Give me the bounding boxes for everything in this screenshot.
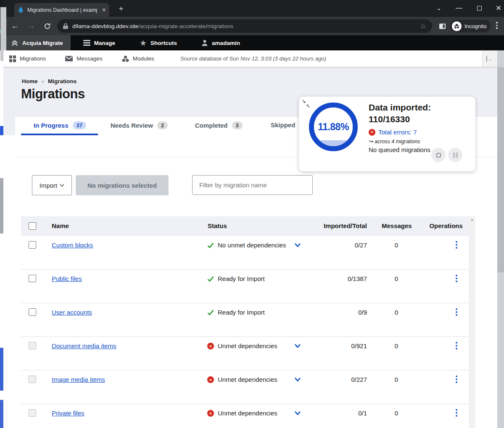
grid-icon — [9, 55, 16, 62]
tab-skipped[interactable]: Skipped — [271, 121, 295, 129]
no-migrations-selected-button: No migrations selected — [76, 175, 169, 195]
migration-name-link[interactable]: User accounts — [52, 309, 92, 316]
user-icon — [201, 39, 208, 46]
operations-menu-icon[interactable] — [454, 375, 459, 383]
breadcrumb-separator: › — [42, 78, 44, 84]
resize-arrow-se-icon[interactable]: ↘ — [301, 98, 306, 104]
stop-button[interactable] — [431, 148, 446, 162]
window-maximize-button[interactable] — [470, 0, 488, 16]
url-text: d9ama-ddevblog.ddev.site/acquia-migrate-… — [72, 23, 233, 29]
progress-ring: 11.88% — [309, 102, 358, 151]
migration-name-link[interactable]: Public files — [52, 275, 82, 282]
window-scrollbar[interactable] — [497, 50, 504, 428]
messages-count: 0 — [382, 242, 411, 249]
browser-tab[interactable]: Migrations Dashboard | example × — [14, 3, 109, 17]
tab-search-chevron-icon[interactable]: ⌄ — [430, 0, 448, 16]
table-row: Custom blocksNo unmet dependencies0/270 — [21, 236, 469, 270]
breadcrumb-home[interactable]: Home — [22, 78, 38, 84]
row-checkbox[interactable] — [29, 241, 36, 249]
nav-item-migrations[interactable]: Migrations — [3, 50, 52, 67]
tab-needs-review[interactable]: Needs Review2 — [111, 121, 168, 129]
operations-menu-icon[interactable] — [454, 275, 459, 282]
imported-total-value: 0/227 — [273, 376, 367, 383]
migration-name-link[interactable]: Private files — [52, 410, 84, 417]
tab-count-badge: 2 — [157, 121, 168, 129]
select-all-checkbox[interactable] — [29, 222, 36, 230]
side-panel-icon[interactable] — [436, 17, 448, 35]
row-checkbox[interactable] — [29, 308, 36, 316]
header-name: Name — [52, 222, 69, 229]
imported-total-value: 0/921 — [273, 342, 367, 349]
status-text: Unmet dependencies — [218, 342, 277, 349]
window-close-button[interactable]: ✕ — [489, 0, 504, 16]
toolbar-collapse-button[interactable]: ← — [482, 50, 497, 67]
filter-input[interactable] — [192, 175, 313, 195]
messages-count: 0 — [382, 309, 411, 316]
migration-name-link[interactable]: Custom blocks — [52, 242, 93, 249]
progress-overlay-card: ↘ ↖ 11.88% Data imported: 110/16330 ✕ To… — [299, 97, 475, 171]
admin-toolbar: Acquia Migrate Manage ★ Shortcuts amadam… — [3, 35, 504, 50]
admin-item-shortcuts[interactable]: ★ Shortcuts — [133, 35, 184, 50]
tab-in-progress[interactable]: In Progress37 — [34, 121, 86, 129]
table-body: Custom blocksNo unmet dependencies0/270P… — [21, 236, 469, 428]
breadcrumb-current: Migrations — [48, 78, 77, 84]
bookmark-star-icon[interactable]: ☆ — [420, 22, 426, 31]
window-minimize-button[interactable]: — — [450, 0, 468, 16]
lock-icon — [63, 23, 68, 29]
tab-completed[interactable]: Completed3 — [195, 121, 243, 129]
status-error-icon: ✕ — [207, 376, 214, 383]
admin-brand-acquia-migrate[interactable]: Acquia Migrate — [3, 35, 71, 50]
modules-icon — [122, 55, 129, 62]
source-database-note: Source database of Sun Nov 12, 3:03 (3 d… — [180, 55, 326, 62]
header-imported-total: Imported/Total — [273, 222, 367, 229]
messages-count: 0 — [382, 376, 411, 383]
breadcrumb: Home › Migrations — [22, 78, 77, 84]
screenshot-root: Migrations Dashboard | example × + ⌄ — ✕… — [0, 0, 504, 428]
new-tab-button[interactable]: + — [116, 4, 126, 14]
admin-item-user[interactable]: amadamin — [195, 35, 247, 50]
status-error-icon: ✕ — [207, 410, 214, 417]
collapse-left-icon: ← — [486, 56, 494, 62]
back-icon[interactable]: ← — [9, 17, 21, 35]
nav-item-modules[interactable]: Modules — [116, 50, 160, 67]
tab-label: In Progress — [34, 122, 69, 129]
header-status: Status — [208, 222, 227, 229]
across-migrations-note: ↪ across 4 migrations — [369, 138, 420, 144]
import-button[interactable]: Import — [32, 175, 72, 195]
active-tab-underline — [21, 134, 98, 135]
operations-menu-icon[interactable] — [454, 241, 459, 249]
error-icon: ✕ — [369, 129, 375, 136]
total-errors-link[interactable]: ✕ Total errors: 7 — [369, 129, 417, 136]
table-scrollbar[interactable]: ▲ — [469, 216, 475, 428]
pause-button[interactable] — [448, 148, 462, 162]
progress-percent: 11.88% — [318, 121, 349, 133]
header-operations: Operations — [423, 222, 469, 229]
imported-total-value: 0/1 — [273, 410, 367, 417]
url-bar[interactable]: d9ama-ddevblog.ddev.site/acquia-migrate-… — [57, 19, 432, 33]
scroll-up-arrow-icon[interactable]: ▲ — [469, 218, 475, 222]
migration-name-link[interactable]: Image media items — [52, 376, 105, 383]
tab-close-icon[interactable]: × — [102, 7, 106, 13]
row-checkbox[interactable] — [29, 275, 36, 282]
tab-title: Migrations Dashboard | example — [27, 7, 97, 13]
table-row: User accountsReady for Import0/90 — [21, 303, 469, 337]
operations-menu-icon[interactable] — [454, 409, 459, 417]
data-imported-value: 110/16330 — [369, 114, 410, 124]
background-window-sliver — [0, 0, 3, 428]
header-messages: Messages — [382, 222, 411, 229]
admin-item-manage[interactable]: Manage — [77, 35, 122, 50]
operations-menu-icon[interactable] — [454, 342, 459, 349]
star-icon: ★ — [140, 39, 147, 47]
operations-menu-icon[interactable] — [454, 308, 459, 316]
window-scrollbar-thumb[interactable] — [497, 67, 504, 272]
status-ok-icon — [207, 275, 214, 283]
resize-arrow-nw-icon[interactable]: ↖ — [306, 103, 311, 109]
forward-icon[interactable]: → — [25, 17, 37, 35]
nav-item-messages[interactable]: Messages — [59, 50, 108, 67]
pause-icon — [453, 152, 458, 158]
browser-menu-icon[interactable] — [496, 22, 498, 29]
row-checkbox — [29, 375, 36, 383]
migration-name-link[interactable]: Document media items — [52, 342, 116, 349]
status-text: Unmet dependencies — [218, 410, 277, 417]
incognito-badge: Incognito — [450, 20, 491, 32]
